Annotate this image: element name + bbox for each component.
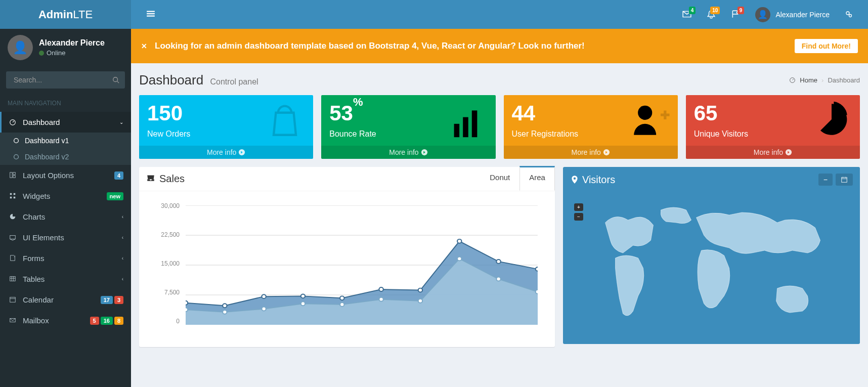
sidebar-item-label: Tables [23,275,117,283]
brand-logo[interactable]: AdminLTE [0,0,131,29]
messages-badge: 4 [689,7,696,14]
chevron-down-icon: ⌄ [119,119,123,125]
stat-box-bounce-rate: 53%Bounce RateMore info [321,95,495,159]
sidebar-section-header: MAIN NAVIGATION [0,94,131,112]
svg-rect-9 [10,193,12,195]
svg-rect-21 [471,110,477,137]
sidebar-subitem-dashboard-v2[interactable]: Dashboard v2 [0,149,131,165]
sidebar-badge: 16 [101,317,113,325]
map-marker-icon [570,175,579,184]
tasks-menu[interactable]: 9 [723,2,748,27]
alert-cta-button[interactable]: Find out More! [795,39,858,53]
sales-chart: 30,00022,50015,0007,5000 [146,198,548,340]
sidebar-toggle[interactable] [139,2,163,27]
calendar-icon [841,176,848,183]
pie-icon [809,97,854,152]
breadcrumb: Home › Dashboard [789,76,860,84]
user-name: Alexander Pierce [775,11,830,19]
sidebar-item-label: Widgets [23,192,102,200]
stat-box-user-registrations: 44User RegistrationsMore info [504,95,678,159]
sidebar-badge: 4 [114,171,123,180]
hamburger-icon [146,9,155,18]
svg-point-1 [849,14,852,17]
sidebar-badge: 3 [114,296,123,304]
breadcrumb-home[interactable]: Home [800,76,817,84]
sales-box: Sales Donut Area 30,00022,50015,0007,500… [139,167,555,347]
sidebar-item-dashboard[interactable]: Dashboard⌄ [0,112,131,133]
svg-point-48 [457,256,461,261]
gears-icon [845,10,853,18]
search-input[interactable] [12,72,112,88]
ui-elements-icon [8,234,18,242]
page-title: Dashboard Control panel [139,72,258,88]
avatar: 👤 [755,7,770,22]
sidebar-user-status[interactable]: Online [39,49,105,57]
svg-point-5 [14,154,19,159]
bag-icon [263,97,307,152]
svg-point-47 [418,299,422,303]
notifications-badge: 10 [710,7,720,14]
svg-point-43 [262,307,266,311]
main-sidebar: 👤 Alexander Pierce Online MAIN NAVIGATIO… [0,0,131,387]
svg-point-41 [186,308,188,312]
svg-point-39 [496,260,500,264]
svg-point-34 [301,294,305,298]
sidebar-item-calendar[interactable]: Calendar173 [0,289,131,310]
sidebar-item-forms[interactable]: Forms‹ [0,248,131,269]
messages-menu[interactable]: 4 [675,2,699,27]
user-menu[interactable]: 👤 Alexander Pierce [748,2,837,27]
charts-icon [8,213,18,221]
person-add-icon [627,97,672,152]
svg-point-0 [846,12,849,15]
sidebar-badge: 17 [101,296,113,304]
chevron-left-icon: ‹ [122,214,123,220]
sidebar-badge: 8 [114,317,123,325]
svg-rect-8 [13,176,15,178]
map-zoom-out[interactable]: − [574,213,583,221]
calendar-button[interactable] [836,174,853,186]
sidebar-item-mailbox[interactable]: Mailbox5168 [0,310,131,331]
stat-value: 65 [694,101,718,125]
sidebar-item-label: UI Elements [23,233,117,242]
svg-point-44 [301,302,305,306]
sidebar-subitem-label: Dashboard v2 [25,153,69,161]
svg-point-32 [223,304,227,308]
svg-point-35 [340,296,344,300]
y-tick-label: 15,000 [155,260,180,267]
sidebar-item-layout-options[interactable]: Layout Options4 [0,165,131,186]
alert-close[interactable]: ✕ [141,42,147,50]
y-tick-label: 22,500 [155,231,180,238]
search-button[interactable] [112,76,119,84]
tab-area[interactable]: Area [519,166,555,191]
svg-point-37 [418,288,422,292]
y-tick-label: 7,500 [155,289,180,296]
sidebar-item-label: Calendar [23,295,96,304]
breadcrumb-active: Dashboard [828,76,860,84]
sidebar-item-charts[interactable]: Charts‹ [0,206,131,227]
sidebar-item-widgets[interactable]: Widgetsnew [0,186,131,206]
inbox-icon [146,174,155,184]
online-dot-icon [39,51,44,56]
svg-point-36 [379,287,383,291]
svg-rect-19 [454,124,459,137]
dashboard-icon [789,77,796,83]
notifications-menu[interactable]: 10 [699,2,723,27]
svg-rect-11 [10,197,12,199]
alert-banner: ✕ Looking for an admin dashboard templat… [131,29,868,63]
tab-donut[interactable]: Donut [480,167,519,191]
sidebar-subitem-dashboard-v1[interactable]: Dashboard v1 [0,133,131,149]
map-zoom-in[interactable]: + [574,203,583,211]
svg-point-2 [113,77,118,81]
world-map[interactable]: + − [568,197,855,339]
collapse-button[interactable]: − [818,174,833,186]
svg-point-4 [14,138,19,143]
svg-rect-12 [14,197,16,199]
control-sidebar-toggle[interactable] [837,3,860,26]
sidebar-item-label: Dashboard [23,118,114,126]
stat-value: 44 [512,101,536,125]
sales-title: Sales [159,173,185,185]
layout-options-icon [8,171,18,180]
y-tick-label: 30,000 [155,202,180,209]
sidebar-item-ui-elements[interactable]: UI Elements‹ [0,227,131,248]
sidebar-item-tables[interactable]: Tables‹ [0,269,131,289]
